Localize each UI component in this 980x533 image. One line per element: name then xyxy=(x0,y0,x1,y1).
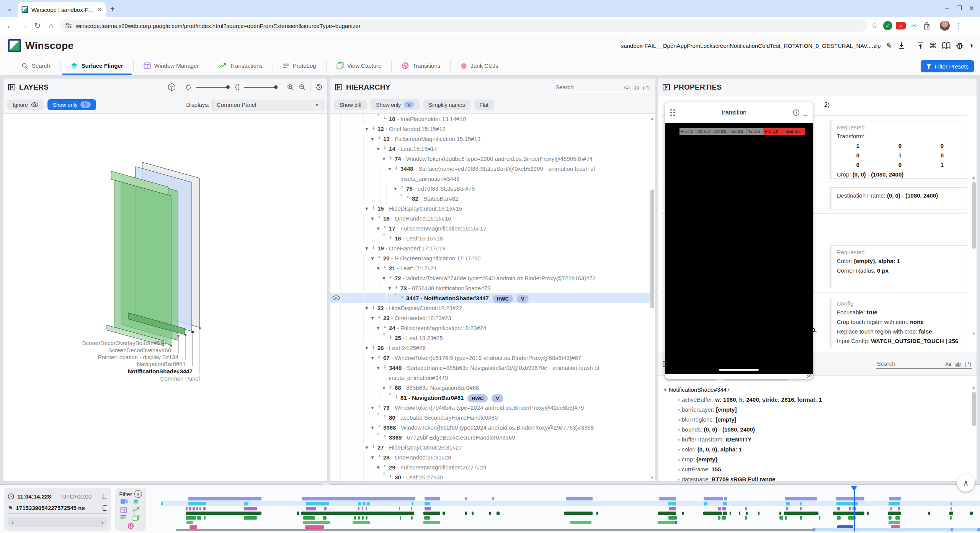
curr-prop-row[interactable]: activeBuffer: w: 1080, h: 2400, stride: … xyxy=(662,395,969,405)
expand-arrow-icon[interactable]: ▼ xyxy=(375,224,382,234)
expand-arrow-icon[interactable]: ▼ xyxy=(662,385,669,395)
tree-row-74[interactable]: ▼74 - WindowToken{fdddbe6 type=2000 andr… xyxy=(330,154,650,164)
copy-ns-icon[interactable] xyxy=(103,505,107,511)
pin-icon[interactable] xyxy=(387,273,394,280)
transitions-filter-icon[interactable] xyxy=(127,523,134,529)
tree-row-21[interactable]: ▼21 - Leaf:17:17#21 xyxy=(330,263,650,273)
zoom-window-left-cap[interactable] xyxy=(813,528,815,531)
zoom-window-right-cap[interactable] xyxy=(977,528,980,531)
ignore-chip[interactable]: Ignore xyxy=(7,100,44,110)
timeline-segment-transactions[interactable] xyxy=(423,512,440,515)
tab-close-icon[interactable]: ✕ xyxy=(97,7,102,13)
timeline-segment-window-manager[interactable] xyxy=(199,507,201,510)
timeline-segment-transactions[interactable] xyxy=(465,512,467,515)
expand-arrow-icon[interactable]: ▼ xyxy=(369,214,376,224)
timeline-segment-surface-flinger[interactable] xyxy=(723,502,727,505)
timeline-segment-protolog[interactable] xyxy=(718,516,720,520)
expand-arrow-icon[interactable]: ▼ xyxy=(369,403,376,413)
timeline-segment-surface-flinger[interactable] xyxy=(188,502,206,505)
timeline-segment-surface-flinger[interactable] xyxy=(367,502,370,505)
timeline-segment-protolog[interactable] xyxy=(785,516,787,520)
hierarchy-search[interactable]: Aa ab (.*) xyxy=(555,82,650,92)
timeline-segment-screen-recording[interactable] xyxy=(704,497,723,500)
expand-arrow-icon[interactable]: ▼ xyxy=(375,363,382,373)
pin-icon[interactable] xyxy=(382,263,388,270)
expand-arrow-icon[interactable]: ▼ xyxy=(363,443,370,453)
timeline-segment-window-manager[interactable] xyxy=(358,507,359,510)
pin-icon[interactable] xyxy=(382,433,388,439)
tree-row-81[interactable]: 81 - NavigationBar0#81HWCV xyxy=(330,393,650,403)
timeline-segment-window-manager[interactable] xyxy=(745,507,747,510)
timeline-segment-window-manager[interactable] xyxy=(898,507,900,510)
timeline-segment-transactions[interactable] xyxy=(301,512,414,515)
tree-row-16[interactable]: ▼16 - OneHanded:16:16#16 xyxy=(330,214,650,224)
timeline-segment-transactions[interactable] xyxy=(489,512,491,515)
transactions-filter-icon[interactable] xyxy=(132,507,139,513)
timeline-segment-surface-flinger[interactable] xyxy=(412,502,413,505)
pin-icon[interactable] xyxy=(382,363,388,369)
timeline-segment-view-capture[interactable] xyxy=(570,521,591,524)
collapse-panel-icon[interactable] xyxy=(663,84,670,90)
shortcuts-icon[interactable]: ⌘ xyxy=(929,41,937,50)
timeline-segment-transactions[interactable] xyxy=(784,512,818,515)
show-only-chip[interactable]: Show only V xyxy=(371,99,419,110)
pin-icon[interactable] xyxy=(376,134,382,140)
expand-arrow-icon[interactable]: ▼ xyxy=(386,283,393,293)
timeline-segment-transactions[interactable] xyxy=(472,512,474,515)
timeline-segment-view-capture[interactable] xyxy=(303,521,330,524)
timeline-segment-surface-flinger[interactable] xyxy=(668,502,676,505)
timeline-segment-transactions[interactable] xyxy=(443,512,445,515)
pin-icon[interactable] xyxy=(387,333,394,339)
url-bar[interactable]: winscope.teams.x20web.corp.google.com/pr… xyxy=(60,20,867,32)
timeline-segment-surface-flinger[interactable] xyxy=(161,502,163,505)
pin-icon[interactable] xyxy=(376,453,382,459)
back-button[interactable]: ← xyxy=(3,21,17,30)
pin-icon[interactable] xyxy=(382,114,388,120)
timeline-segment-protolog[interactable] xyxy=(354,516,356,520)
tree-row-25[interactable]: 25 - Leaf:18:23#25 xyxy=(330,333,650,343)
curr-prop-row[interactable]: currFrame: 155 xyxy=(662,464,969,474)
timeline-segment-window-manager[interactable] xyxy=(786,507,788,510)
timeline-segment-screen-recording[interactable] xyxy=(724,497,727,500)
timeline-segment-view-capture[interactable] xyxy=(423,521,440,524)
timeline-segment-window-manager[interactable] xyxy=(722,507,726,510)
overview-zoom-window[interactable] xyxy=(813,528,980,531)
timeline-segment-window-manager[interactable] xyxy=(362,507,363,510)
pin-icon[interactable] xyxy=(405,194,411,200)
timeline-segment-protolog[interactable] xyxy=(889,516,892,520)
pin-icon[interactable] xyxy=(376,313,382,319)
show-diff-chip[interactable]: Show diff xyxy=(334,100,367,110)
tree-row-18[interactable]: 18 - Leaf:16:16#18 xyxy=(330,234,650,244)
tab-search-button[interactable]: ⌄ xyxy=(4,3,15,15)
scroll-down-icon[interactable]: ▼ xyxy=(650,475,654,480)
timeline-segment-window-manager[interactable] xyxy=(366,507,367,510)
timeline-segment-screen-recording[interactable] xyxy=(302,497,415,500)
curr-prop-row[interactable]: dataspace: BT709 sRGB Full range xyxy=(662,474,969,481)
timeline-segment-protolog[interactable] xyxy=(837,516,841,520)
timeline-segment-transactions[interactable] xyxy=(564,512,593,515)
expand-arrow-icon[interactable]: ▼ xyxy=(375,323,382,333)
window-minimize-button[interactable]: – xyxy=(943,5,951,11)
surface-flinger-filter-icon[interactable] xyxy=(132,499,139,505)
timeline-segment-protolog[interactable] xyxy=(950,516,952,520)
timeline-tracks[interactable] xyxy=(161,485,980,533)
timeline-segment-transactions[interactable] xyxy=(833,512,864,515)
timeline-segment-window-manager[interactable] xyxy=(951,507,952,510)
filter-presets-button[interactable]: Filter Presets xyxy=(921,60,974,72)
tree-row-75[interactable]: ▼75 - ed70f88 StatusBar#75 xyxy=(330,184,650,194)
timeline-segment-transactions[interactable] xyxy=(928,512,930,515)
expand-arrow-icon[interactable]: ▼ xyxy=(381,383,387,393)
timeline-segment-protolog[interactable] xyxy=(895,516,900,520)
tree-row-80[interactable]: 80 - ace6abb SecondaryHomeHandle0#80 xyxy=(330,413,650,423)
reset-view-icon[interactable] xyxy=(315,83,323,91)
pin-icon[interactable] xyxy=(370,343,377,349)
timeline-segment-protolog[interactable] xyxy=(411,516,413,520)
minimize-overlay-icon[interactable]: _ xyxy=(804,109,807,117)
timeline-segment-surface-flinger[interactable] xyxy=(889,502,900,505)
timeline-segment-protolog[interactable] xyxy=(722,516,726,520)
collapse-panel-icon[interactable] xyxy=(8,84,15,90)
timeline-segment-screen-recording[interactable] xyxy=(659,497,676,500)
curr-search[interactable]: Aa ab (.*) xyxy=(876,359,972,369)
curr-prop-row[interactable]: blurRegions: [empty] xyxy=(662,415,969,425)
timeline-segment-window-manager[interactable] xyxy=(193,507,195,510)
